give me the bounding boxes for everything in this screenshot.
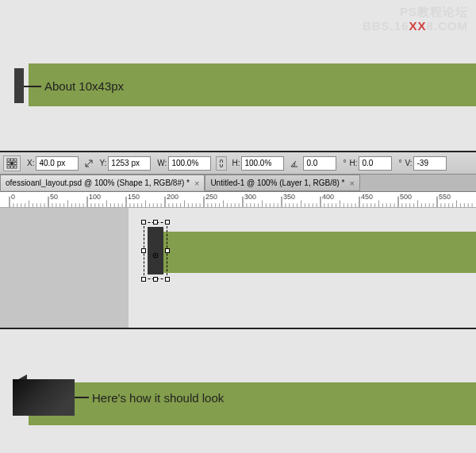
- skew-h-label: H:: [349, 159, 357, 167]
- watermark-line1: PS教程论坛: [363, 5, 468, 19]
- canvas-area[interactable]: [0, 208, 476, 328]
- x-label: X:: [27, 159, 34, 167]
- selection-marquee: [144, 222, 167, 279]
- example-section-1: About 10x43px: [0, 43, 476, 122]
- transform-handle[interactable]: [165, 248, 170, 253]
- close-icon[interactable]: ×: [194, 179, 199, 188]
- svg-rect-5: [14, 162, 17, 164]
- annotation-text: About 10x43px: [44, 79, 124, 93]
- svg-rect-4: [11, 162, 13, 164]
- w-label: W:: [157, 159, 167, 167]
- example-section-3: Here's how it should look: [0, 357, 476, 452]
- transform-handle[interactable]: [153, 277, 158, 282]
- ruler-tick-label: 150: [128, 193, 140, 201]
- h-label: H:: [232, 159, 240, 167]
- ruler-tick-label: 50: [50, 193, 58, 201]
- skew-v-label: V:: [405, 159, 412, 167]
- ruler-tick-label: 550: [439, 193, 451, 201]
- ruler-tick-label: 200: [167, 193, 178, 201]
- transform-handle[interactable]: [141, 277, 146, 282]
- transform-handle[interactable]: [141, 220, 146, 225]
- svg-rect-2: [14, 159, 17, 161]
- angle-input[interactable]: [303, 156, 336, 171]
- svg-rect-6: [7, 166, 10, 168]
- document-tabs: ofessioanl_layout.psd @ 100% (Shape 1, R…: [0, 175, 476, 192]
- link-wh-icon[interactable]: [216, 156, 227, 171]
- horizontal-ruler[interactable]: 050100150200250300350400450500550: [0, 192, 476, 208]
- annotation-text: Here's how it should look: [92, 391, 224, 405]
- transform-handle[interactable]: [141, 248, 146, 253]
- ribbon-flap: [13, 379, 75, 416]
- watermark: PS教程论坛 BBS.16XX8.COM: [363, 5, 468, 33]
- artboard: [0, 208, 476, 328]
- svg-rect-0: [7, 159, 10, 161]
- ruler-tick-label: 350: [283, 193, 295, 201]
- photoshop-window: X: Y: W: H: ° H: ° V: ofessioanl_layout.…: [0, 151, 476, 329]
- watermark-line2: BBS.16XX8.COM: [363, 19, 468, 33]
- h-input[interactable]: [241, 156, 284, 171]
- transform-handle[interactable]: [153, 220, 158, 225]
- ruler-tick-label: 100: [89, 193, 101, 201]
- x-input[interactable]: [36, 156, 79, 171]
- callout-line: [75, 397, 89, 398]
- svg-rect-7: [11, 166, 13, 168]
- angle-icon: [288, 156, 301, 171]
- transform-handle[interactable]: [165, 220, 170, 225]
- transform-selection[interactable]: [148, 227, 163, 274]
- svg-rect-8: [14, 166, 17, 168]
- ruler-tick-label: 450: [361, 193, 373, 201]
- dark-tab-shape: [14, 68, 24, 103]
- transform-handle[interactable]: [165, 277, 170, 282]
- ruler-tick-label: 400: [322, 193, 334, 201]
- xy-swap-icon[interactable]: [83, 156, 95, 171]
- skew-h-input[interactable]: [359, 156, 392, 171]
- callout-line: [24, 86, 41, 87]
- ruler-tick-label: 250: [205, 193, 217, 201]
- y-label: Y:: [99, 159, 106, 167]
- green-bar: [162, 232, 476, 273]
- ruler-tick-label: 500: [400, 193, 412, 201]
- document-tab-1[interactable]: ofessioanl_layout.psd @ 100% (Shape 1, R…: [0, 175, 205, 191]
- document-tab-label: ofessioanl_layout.psd @ 100% (Shape 1, R…: [6, 179, 190, 187]
- svg-rect-3: [7, 162, 10, 164]
- w-input[interactable]: [168, 156, 211, 171]
- document-tab-2[interactable]: Untitled-1 @ 100% (Layer 1, RGB/8) * ×: [205, 175, 360, 191]
- document-tab-label: Untitled-1 @ 100% (Layer 1, RGB/8) *: [210, 179, 344, 187]
- reference-point-icon[interactable]: [3, 155, 21, 171]
- svg-point-130: [155, 255, 156, 256]
- ruler-tick-label: 0: [11, 193, 15, 201]
- reference-point-icon[interactable]: [152, 248, 159, 254]
- pasteboard: [0, 208, 129, 328]
- svg-rect-1: [11, 159, 13, 161]
- skew-v-input[interactable]: [413, 156, 447, 171]
- deg-label: °: [343, 159, 346, 167]
- ruler-tick-label: 300: [244, 193, 256, 201]
- close-icon[interactable]: ×: [350, 179, 355, 188]
- y-input[interactable]: [108, 156, 151, 171]
- options-bar: X: Y: W: H: ° H: ° V:: [0, 152, 476, 175]
- deg-label-2: °: [398, 159, 401, 167]
